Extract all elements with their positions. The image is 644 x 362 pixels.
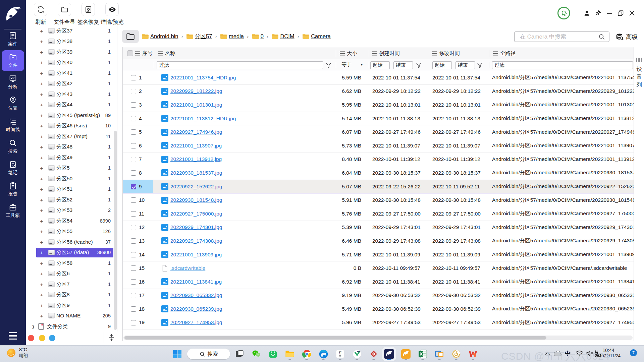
netease-music-button[interactable] — [449, 347, 463, 361]
user-account-button[interactable] — [583, 9, 590, 17]
row-checkbox[interactable] — [131, 320, 136, 325]
shimo-docs-button[interactable]: 石 墨 — [333, 347, 347, 361]
sidebar-item-location[interactable]: 位置 — [2, 93, 24, 114]
breadcrumb-item[interactable]: 分区57 › — [186, 33, 220, 40]
ime-chinese-indicator[interactable]: 中 — [565, 350, 571, 357]
tree-row[interactable]: ❯ 文件分类 9 — [26, 321, 117, 332]
file-name-link[interactable]: 20220929_181222.jpg — [170, 88, 222, 94]
table-row[interactable]: 16 20221001_113841.jpg — [123, 275, 634, 289]
created-end-input[interactable] — [393, 61, 413, 69]
notification-count-badge[interactable]: 7 — [630, 349, 637, 356]
advanced-search-button[interactable]: 高级 — [616, 32, 638, 42]
column-header-index[interactable]: 序号 — [135, 47, 153, 59]
column-header-fullpath[interactable]: 全路径 — [493, 47, 516, 59]
file-name-link[interactable]: 20220930_181548.jpg — [170, 197, 222, 203]
tree-expander-icon[interactable]: + — [39, 302, 44, 308]
vmware-button[interactable] — [433, 347, 446, 361]
tree-expander-icon[interactable]: + — [39, 292, 44, 298]
filter-funnel-icon[interactable] — [326, 62, 331, 68]
tree-row[interactable]: + 分区43 1 — [26, 89, 117, 100]
column-header-size[interactable]: 大小 — [340, 47, 357, 59]
file-name-link[interactable]: 20221001_113909.jpg — [170, 252, 222, 258]
tree-row[interactable]: + 分区58 1 — [26, 258, 117, 268]
tree-expander-icon[interactable]: + — [39, 271, 44, 277]
row-checkbox[interactable] — [131, 129, 136, 135]
file-name-link[interactable]: .sdcardwritable — [170, 265, 205, 271]
row-checkbox[interactable] — [131, 75, 136, 80]
file-name-link[interactable]: 20221001_113912.jpg — [170, 156, 222, 162]
file-name-link[interactable]: 20220929_174301.jpg — [170, 224, 222, 230]
row-checkbox[interactable] — [131, 211, 136, 217]
file-name-link[interactable]: 20220930_065332.jpg — [170, 292, 222, 298]
tree-expander-icon[interactable]: + — [39, 165, 44, 171]
row-checkbox[interactable] — [131, 170, 136, 176]
file-explorer-button[interactable] — [283, 347, 297, 361]
tree-row[interactable]: + 分区39 1 — [26, 47, 117, 57]
red-diamond-app-button[interactable] — [367, 347, 380, 361]
signature-recovery-button[interactable] — [82, 3, 95, 16]
jump-to-bottom-button[interactable] — [106, 333, 116, 343]
tree-row[interactable]: + 分区40 1 — [26, 57, 117, 68]
table-row[interactable]: 13 20220929_174308.jpg — [123, 234, 634, 248]
tree-expander-icon[interactable]: + — [39, 70, 44, 76]
row-checkbox[interactable] — [131, 306, 136, 312]
tree-expander-icon[interactable]: + — [39, 81, 44, 86]
tree-row[interactable]: + 分区46 (/sns) 10 — [26, 121, 117, 131]
file-name-link[interactable]: 20221001_113754_HDR.jpg — [170, 75, 236, 81]
file-name-link[interactable]: 20220927_174946.jpg — [170, 129, 222, 135]
pin-window-button[interactable] — [594, 9, 602, 17]
tree-row[interactable]: + 分区50 1 — [26, 173, 117, 184]
taskbar-clock[interactable]: 10:44 2022/11/24 — [599, 348, 618, 358]
table-row[interactable]: 3 20221001_101301.jpg — [123, 98, 634, 112]
tree-row[interactable]: + 分区49 1 — [26, 152, 117, 163]
table-row[interactable]: 10 20220930_181548.jpg — [123, 193, 634, 207]
tree-expander-icon[interactable]: + — [39, 49, 44, 55]
row-checkbox[interactable] — [131, 102, 136, 108]
wps-button[interactable] — [466, 347, 480, 361]
detail-preview-button[interactable] — [105, 3, 119, 16]
tree-row[interactable]: + 分区7 1 — [26, 279, 117, 290]
tree-row[interactable]: + 分区53 2 — [26, 205, 117, 216]
tree-row[interactable]: + 分区38 1 — [26, 36, 117, 47]
select-all-checkbox[interactable] — [127, 50, 133, 56]
file-name-link[interactable]: 20221001_101301.jpg — [170, 102, 222, 108]
tree-row[interactable]: + 分区51 1 — [26, 184, 117, 195]
row-checkbox[interactable] — [131, 184, 136, 189]
tree-expander-icon[interactable]: + — [39, 39, 44, 44]
tree-row[interactable]: + 分区9 1 — [26, 300, 117, 311]
file-name-link[interactable]: 20220922_152622.jpg — [170, 184, 222, 190]
path-filter-input[interactable] — [492, 61, 633, 69]
tree-expander-icon[interactable]: + — [39, 239, 44, 245]
row-checkbox[interactable] — [131, 157, 136, 162]
column-header-modified[interactable]: 修改时间 — [432, 47, 460, 59]
table-row[interactable]: 9 20220922_152622.jpg — [123, 180, 634, 194]
file-name-link[interactable]: 20220930_181537.jpg — [170, 170, 222, 176]
notification-bell-button[interactable] — [557, 7, 570, 19]
file-name-link[interactable]: 20220927_174953.jpg — [170, 319, 222, 325]
file-name-link[interactable]: 20220930_065239.jpg — [170, 306, 222, 312]
tree-expander-icon[interactable]: + — [39, 197, 44, 202]
tree-row[interactable]: + 分区52 1 — [26, 194, 117, 205]
sidebar-item-files[interactable]: 文件 — [2, 50, 24, 71]
tree-row[interactable]: + 分区44 1 — [26, 100, 117, 110]
tree-expander-icon[interactable]: + — [39, 91, 44, 97]
tree-expander-icon[interactable]: + — [39, 28, 44, 34]
close-button[interactable] — [628, 9, 636, 17]
row-checkbox[interactable] — [131, 265, 136, 271]
taskbar-search[interactable]: 搜索 — [187, 349, 230, 359]
tree-row[interactable]: + 分区47 (/mpt) 11 — [26, 131, 117, 142]
search-icon[interactable] — [598, 34, 605, 40]
table-row[interactable]: 6 20221001_113907.jpg — [123, 139, 634, 153]
tree-expander-icon[interactable]: + — [39, 144, 44, 150]
table-row[interactable]: 1 20221001_113754_HDR.jpg — [123, 71, 634, 85]
tree-row[interactable]: + 分区37 1 — [26, 25, 117, 36]
tree-expander-icon[interactable]: + — [39, 123, 44, 129]
vc-capture-button[interactable] — [350, 347, 364, 361]
row-checkbox[interactable] — [131, 89, 136, 94]
table-row[interactable]: 5 20220927_174946.jpg — [123, 125, 634, 139]
sidebar-item-timeline[interactable]: 时间线 — [2, 115, 24, 135]
tree-expander-icon[interactable]: + — [39, 313, 44, 319]
taskbar-weather-widget[interactable]: 8°C 晴朗 — [7, 347, 28, 359]
tree-expander-icon[interactable]: + — [39, 207, 44, 213]
sidebar-menu-button[interactable] — [9, 332, 17, 340]
